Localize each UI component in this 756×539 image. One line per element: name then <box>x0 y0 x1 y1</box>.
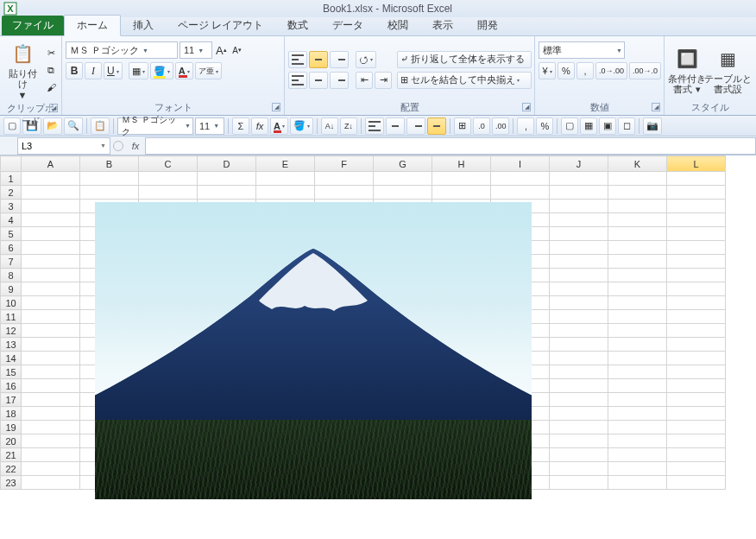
qat-paste-button[interactable]: 📋 <box>91 117 110 135</box>
cell-J14[interactable] <box>550 352 608 365</box>
cell-J8[interactable] <box>550 269 608 282</box>
cell-L9[interactable] <box>667 282 726 296</box>
cell-J15[interactable] <box>550 365 608 379</box>
tab-home[interactable]: ホーム <box>64 15 121 36</box>
cell-C2[interactable] <box>139 186 198 200</box>
qat-font-color-button[interactable]: A▾ <box>270 117 288 135</box>
qat-border-none-button[interactable]: ◻ <box>618 117 635 135</box>
bold-button[interactable]: B <box>66 62 83 79</box>
formula-input[interactable] <box>145 137 756 155</box>
col-header-G[interactable]: G <box>374 156 432 172</box>
cell-A23[interactable] <box>22 476 80 490</box>
col-header-H[interactable]: H <box>432 156 491 172</box>
cell-L10[interactable] <box>667 296 726 310</box>
cell-J7[interactable] <box>550 255 608 269</box>
cell-L12[interactable] <box>667 324 726 338</box>
number-format-combo[interactable]: 標準▼ <box>539 41 625 59</box>
cell-J13[interactable] <box>550 338 608 352</box>
row-header-23[interactable]: 23 <box>1 476 22 490</box>
cell-L22[interactable] <box>667 462 726 476</box>
decrease-decimal-button[interactable]: .00→.0 <box>629 62 661 79</box>
cell-K15[interactable] <box>608 365 667 379</box>
cell-K6[interactable] <box>608 241 667 255</box>
qat-border-thick-button[interactable]: ▣ <box>599 117 616 135</box>
qat-comma-button[interactable]: , <box>517 117 534 135</box>
cell-J20[interactable] <box>550 434 608 448</box>
cell-K3[interactable] <box>608 200 667 213</box>
cell-J5[interactable] <box>550 227 608 241</box>
cell-A3[interactable] <box>22 200 80 213</box>
qat-align-center-button[interactable] <box>386 117 405 135</box>
comma-button[interactable]: , <box>576 62 594 79</box>
cell-L13[interactable] <box>667 338 726 352</box>
cell-L21[interactable] <box>667 448 726 462</box>
qat-border-outer-button[interactable]: ▢ <box>561 117 578 135</box>
decrease-indent-button[interactable]: ⇤ <box>356 72 373 89</box>
qat-sort-za-button[interactable]: Z↓ <box>340 117 357 135</box>
cell-K23[interactable] <box>608 476 667 490</box>
row-header-2[interactable]: 2 <box>1 186 22 200</box>
cell-J16[interactable] <box>550 379 608 393</box>
cell-L2[interactable] <box>667 186 726 200</box>
qat-align-left-button[interactable] <box>365 117 384 135</box>
qat-border-all-button[interactable]: ▦ <box>580 117 597 135</box>
align-bottom-button[interactable] <box>330 51 349 68</box>
qat-open-button[interactable]: 📂 <box>43 117 62 135</box>
font-color-button[interactable]: A▾ <box>175 62 193 79</box>
copy-button[interactable]: ⧉ <box>44 62 58 78</box>
row-header-11[interactable]: 11 <box>1 310 22 324</box>
cell-A20[interactable] <box>22 434 80 448</box>
qat-merge-button[interactable]: ⊞ <box>454 117 471 135</box>
tab-developer[interactable]: 開発 <box>465 16 510 35</box>
qat-font-name-combo[interactable]: ＭＳ Ｐゴシック▼ <box>117 117 193 135</box>
cell-A12[interactable] <box>22 324 80 338</box>
row-header-9[interactable]: 9 <box>1 282 22 296</box>
col-header-E[interactable]: E <box>256 156 315 172</box>
cell-C1[interactable] <box>139 172 198 186</box>
cell-K1[interactable] <box>608 172 667 186</box>
cell-G2[interactable] <box>374 186 432 200</box>
cell-D1[interactable] <box>198 172 256 186</box>
cell-J4[interactable] <box>550 213 608 227</box>
conditional-format-button[interactable]: 🔲 条件付き 書式 ▾ <box>668 43 706 96</box>
cell-L1[interactable] <box>667 172 726 186</box>
cell-G1[interactable] <box>374 172 432 186</box>
align-right-button[interactable] <box>330 72 349 89</box>
alignment-dialog-launcher[interactable]: ◢ <box>522 103 531 111</box>
cell-J23[interactable] <box>550 476 608 490</box>
cell-J6[interactable] <box>550 241 608 255</box>
cell-J10[interactable] <box>550 296 608 310</box>
cell-B1[interactable] <box>80 172 139 186</box>
select-all-corner[interactable] <box>1 156 22 172</box>
qat-camera-button[interactable]: 📷 <box>643 117 662 135</box>
cell-A22[interactable] <box>22 462 80 476</box>
cell-L5[interactable] <box>667 227 726 241</box>
cell-L8[interactable] <box>667 269 726 282</box>
cell-E1[interactable] <box>256 172 315 186</box>
cell-A16[interactable] <box>22 379 80 393</box>
cell-F2[interactable] <box>315 186 374 200</box>
fx-circle[interactable] <box>110 138 126 154</box>
cell-A8[interactable] <box>22 269 80 282</box>
font-size-combo[interactable]: 11▼ <box>180 41 212 59</box>
cell-A1[interactable] <box>22 172 80 186</box>
cell-A4[interactable] <box>22 213 80 227</box>
cell-A5[interactable] <box>22 227 80 241</box>
cell-K17[interactable] <box>608 393 667 407</box>
row-header-10[interactable]: 10 <box>1 296 22 310</box>
row-header-12[interactable]: 12 <box>1 324 22 338</box>
cell-L17[interactable] <box>667 393 726 407</box>
cell-L18[interactable] <box>667 407 726 421</box>
col-header-D[interactable]: D <box>198 156 256 172</box>
cell-J3[interactable] <box>550 200 608 213</box>
col-header-J[interactable]: J <box>550 156 608 172</box>
cell-I1[interactable] <box>491 172 550 186</box>
col-header-C[interactable]: C <box>139 156 198 172</box>
col-header-B[interactable]: B <box>80 156 139 172</box>
cell-K7[interactable] <box>608 255 667 269</box>
row-header-17[interactable]: 17 <box>1 393 22 407</box>
tab-formulas[interactable]: 数式 <box>275 16 320 35</box>
align-top-button[interactable] <box>288 51 307 68</box>
cell-A14[interactable] <box>22 352 80 365</box>
embedded-image[interactable] <box>95 202 532 499</box>
